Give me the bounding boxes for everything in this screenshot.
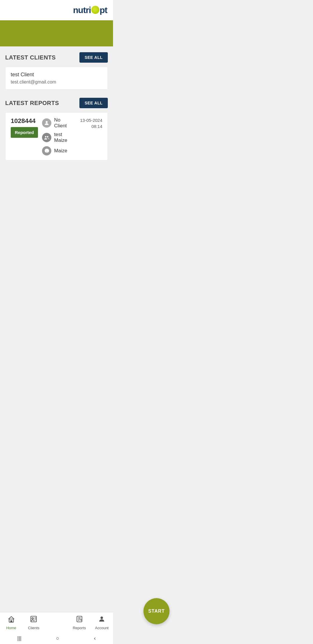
client-email: test.client@gmail.com bbox=[11, 79, 102, 85]
client-icon bbox=[42, 118, 51, 128]
report-date-value: 13-05-2024 bbox=[80, 118, 102, 123]
group-icon bbox=[44, 135, 50, 140]
logo-nutri-text: nutri bbox=[73, 5, 91, 15]
reported-badge[interactable]: Reported bbox=[11, 127, 38, 138]
report-crop-row: Maize bbox=[42, 146, 72, 155]
report-left-column: 1028444 Reported bbox=[11, 117, 38, 138]
report-farm-row: test Maize bbox=[42, 132, 72, 143]
reports-see-all-button[interactable]: SEE ALL bbox=[79, 98, 108, 108]
leaf-icon bbox=[44, 148, 50, 154]
main-content: LATEST CLIENTS SEE ALL test Client test.… bbox=[0, 46, 113, 166]
latest-reports-title: LATEST REPORTS bbox=[5, 100, 59, 106]
svg-point-1 bbox=[45, 136, 46, 138]
report-card[interactable]: 1028444 Reported No Client bbox=[5, 112, 108, 160]
person-icon bbox=[44, 120, 50, 126]
report-crop-name: Maize bbox=[54, 148, 67, 154]
report-farm-name: test Maize bbox=[54, 132, 72, 143]
report-datetime: 13-05-2024 08:14 bbox=[76, 117, 102, 129]
clients-see-all-button[interactable]: SEE ALL bbox=[79, 52, 108, 63]
crop-icon bbox=[42, 146, 51, 155]
logo-pt-text: pt bbox=[100, 5, 107, 15]
svg-point-0 bbox=[46, 121, 48, 123]
report-client-name: No Client bbox=[54, 117, 72, 129]
report-time-value: 08:14 bbox=[91, 124, 102, 129]
app-header: nutript bbox=[0, 0, 113, 20]
logo: nutript bbox=[73, 5, 107, 15]
farm-icon bbox=[42, 133, 51, 142]
latest-reports-header: LATEST REPORTS SEE ALL bbox=[5, 98, 108, 108]
svg-point-2 bbox=[47, 136, 48, 138]
latest-clients-title: LATEST CLIENTS bbox=[5, 54, 56, 61]
client-name: test Client bbox=[11, 72, 102, 78]
client-card[interactable]: test Client test.client@gmail.com bbox=[5, 67, 108, 90]
report-id: 1028444 bbox=[11, 117, 36, 125]
report-client-row: No Client bbox=[42, 117, 72, 129]
latest-clients-header: LATEST CLIENTS SEE ALL bbox=[5, 52, 108, 63]
logo-o-circle bbox=[91, 6, 99, 14]
report-middle-column: No Client test Maize bbox=[42, 117, 72, 155]
hero-banner bbox=[0, 20, 113, 46]
